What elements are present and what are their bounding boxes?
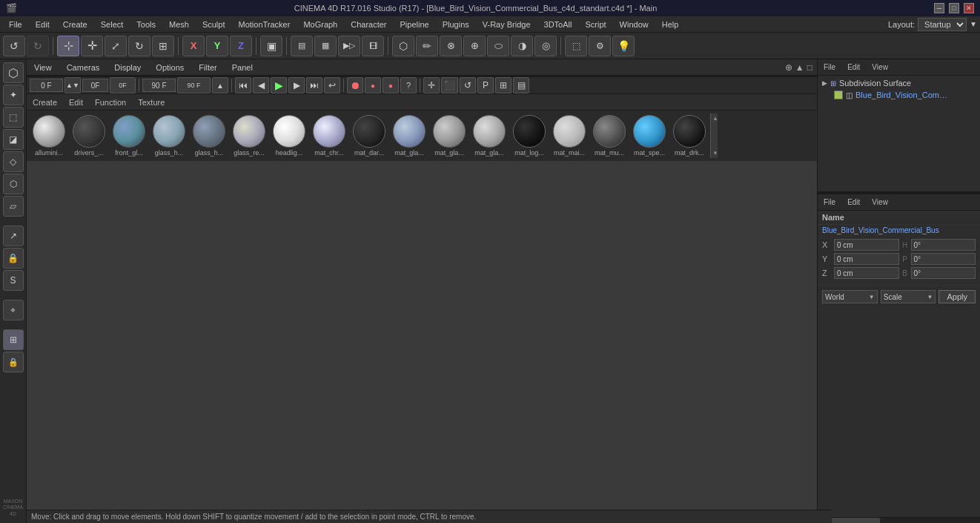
- material-special[interactable]: mat_spe...: [630, 114, 669, 158]
- mat-menu-texture[interactable]: Texture: [135, 97, 168, 108]
- current-frame-box[interactable]: 0 F: [27, 76, 68, 77]
- viewport-wrapper[interactable]: Perspective: [27, 76, 817, 523]
- menu-help[interactable]: Help: [656, 19, 685, 30]
- obj-item-bluebird[interactable]: ◫ Blue_Bird_Vision_Commercial_Bu: [819, 89, 979, 101]
- obj-header-file[interactable]: File: [821, 62, 838, 73]
- left-grid-btn[interactable]: ⊞: [3, 329, 24, 350]
- box-select-button[interactable]: ▣: [260, 36, 282, 56]
- left-mode-6[interactable]: ⬡: [3, 174, 24, 194]
- material-glass-he[interactable]: glass_h...: [150, 114, 188, 158]
- left-snap-btn[interactable]: ↗: [3, 226, 24, 246]
- material-mat-gla2[interactable]: mat_gla...: [430, 114, 469, 158]
- coord-z-val[interactable]: 0 cm: [834, 267, 899, 279]
- keyframe-play-btn[interactable]: P: [477, 77, 494, 93]
- left-lock2-btn[interactable]: 🔒: [3, 352, 24, 372]
- menu-motion-tracker[interactable]: MotionTracker: [232, 19, 296, 30]
- prev-frame-button[interactable]: ◀: [253, 77, 269, 93]
- apply-button[interactable]: Apply: [938, 290, 976, 303]
- next-key-button[interactable]: ⏭: [306, 77, 322, 93]
- rotate-mode-button[interactable]: ↻: [128, 36, 150, 56]
- menu-create[interactable]: Create: [57, 19, 93, 30]
- y-axis-button[interactable]: Y: [206, 36, 228, 56]
- menu-vray[interactable]: V-Ray Bridge: [477, 19, 537, 30]
- frame-field-2[interactable]: [82, 79, 108, 92]
- frame-field-4[interactable]: [142, 79, 176, 92]
- record-pos-button[interactable]: ●: [365, 77, 381, 93]
- object-type-button[interactable]: ◑: [511, 36, 533, 56]
- material-front-glass[interactable]: front_gl...: [110, 114, 148, 158]
- frame-up-down[interactable]: ▲▼: [64, 77, 81, 93]
- move-mode-button[interactable]: ✛: [81, 36, 103, 56]
- vp-menu-view[interactable]: View: [31, 62, 55, 73]
- material-headlight[interactable]: headlig...: [270, 114, 308, 158]
- material-mat-mu[interactable]: mat_mu...: [590, 114, 629, 158]
- vp-icon-2[interactable]: ▲: [795, 62, 804, 73]
- attr-selected-item[interactable]: Blue_Bird_Vision_Commercial_Bus: [818, 225, 966, 236]
- left-mode-4[interactable]: ◪: [3, 129, 24, 150]
- window-controls[interactable]: ─ □ ✕: [934, 3, 974, 13]
- menu-character[interactable]: Character: [345, 19, 392, 30]
- scale-dropdown[interactable]: Scale ▼: [881, 290, 936, 303]
- obj-item-subdivision[interactable]: ▶ ⊞ Subdivision Surface: [819, 77, 979, 89]
- render-anim-button[interactable]: ▶▷: [338, 36, 360, 56]
- minimize-button[interactable]: ─: [934, 3, 944, 13]
- obj-header-edit[interactable]: Edit: [844, 62, 863, 73]
- frame-field-1[interactable]: [30, 79, 63, 92]
- world-dropdown[interactable]: World ▼: [822, 290, 878, 303]
- obj-header-view[interactable]: View: [869, 62, 891, 73]
- render-region-button[interactable]: ▤: [291, 36, 313, 56]
- redo-button[interactable]: ↻: [27, 36, 49, 56]
- prev-key-button[interactable]: ⏮: [235, 77, 251, 93]
- vp-menu-display[interactable]: Display: [111, 62, 144, 73]
- cube-button[interactable]: ⬡: [392, 36, 414, 56]
- menu-pipeline[interactable]: Pipeline: [394, 19, 435, 30]
- menu-select[interactable]: Select: [95, 19, 130, 30]
- render-settings-btn[interactable]: ⚙: [589, 36, 611, 56]
- coord-b-val[interactable]: 0°: [911, 267, 976, 279]
- menu-sculpt[interactable]: Sculpt: [196, 19, 231, 30]
- left-lock-btn[interactable]: 🔒: [3, 248, 24, 269]
- render-btn2[interactable]: ⬚: [565, 36, 587, 56]
- menu-file[interactable]: File: [3, 19, 28, 30]
- menu-edit[interactable]: Edit: [30, 19, 56, 30]
- spline-button[interactable]: ✏: [416, 36, 438, 56]
- keyframe-more-btn[interactable]: ▤: [513, 77, 529, 93]
- menu-3dtoall[interactable]: 3DToAll: [538, 19, 578, 30]
- material-glass-hu[interactable]: glass_h...: [190, 114, 228, 158]
- left-mode-7[interactable]: ▱: [3, 196, 24, 217]
- menu-script[interactable]: Script: [579, 19, 612, 30]
- vp-menu-filter[interactable]: Filter: [196, 62, 219, 73]
- keyframe-rotate-btn[interactable]: ↺: [460, 77, 476, 93]
- loop-button[interactable]: ↩: [324, 77, 340, 93]
- mat-menu-create[interactable]: Create: [30, 97, 60, 108]
- next-frame-button[interactable]: ▶: [288, 77, 305, 93]
- keyframe-grid-btn[interactable]: ⊞: [495, 77, 511, 93]
- vp-menu-cameras[interactable]: Cameras: [64, 62, 103, 73]
- undo-button[interactable]: ↺: [3, 36, 25, 56]
- nurbs-button[interactable]: ⊗: [440, 36, 462, 56]
- layout-dropdown[interactable]: Startup: [918, 18, 967, 31]
- left-mode-2[interactable]: ✦: [3, 85, 24, 105]
- vp-menu-panel[interactable]: Panel: [229, 62, 256, 73]
- left-brush-btn[interactable]: ⌖: [3, 300, 24, 320]
- mat-menu-function[interactable]: Function: [92, 97, 129, 108]
- attr-header-file[interactable]: File: [821, 197, 838, 208]
- menu-plugins[interactable]: Plugins: [437, 19, 475, 30]
- material-mat-gla1[interactable]: mat_gla...: [390, 114, 428, 158]
- mirror-mode-button[interactable]: ⊞: [152, 36, 174, 56]
- light-icon-btn[interactable]: 💡: [612, 36, 635, 56]
- vp-icon-1[interactable]: ⊕: [785, 62, 792, 73]
- play-button[interactable]: ▶: [271, 77, 287, 93]
- material-drivers[interactable]: drivers_...: [70, 114, 108, 158]
- coord-h-val[interactable]: 0°: [911, 239, 976, 251]
- menu-tools[interactable]: Tools: [130, 19, 162, 30]
- material-mat-dar[interactable]: mat_dar...: [350, 114, 388, 158]
- material-mat-chr[interactable]: mat_chr...: [310, 114, 348, 158]
- left-mode-1[interactable]: ⬡: [3, 62, 24, 83]
- attr-header-edit[interactable]: Edit: [844, 197, 863, 208]
- menu-mograph[interactable]: MoGraph: [297, 19, 343, 30]
- picture-viewer-button[interactable]: 🎞: [362, 36, 384, 56]
- render-view-button[interactable]: ▦: [314, 36, 337, 56]
- frame-field-5-btn[interactable]: 90 F: [177, 77, 211, 93]
- right-panel-scrollbar[interactable]: [818, 517, 980, 523]
